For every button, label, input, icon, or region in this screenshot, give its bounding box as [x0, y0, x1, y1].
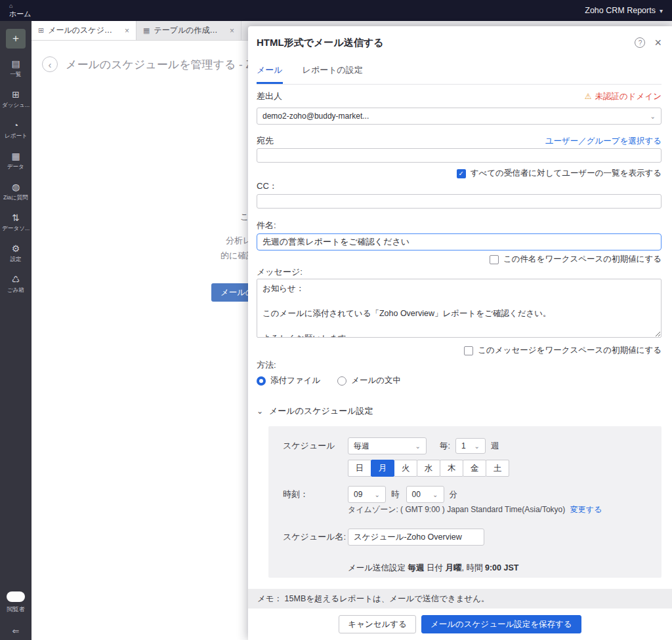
from-row: 差出人 ⚠ 未認証のドメイン — [257, 90, 662, 102]
viewer-label: 閲覧者 — [7, 605, 25, 614]
reports-icon: ◔ — [13, 121, 18, 130]
summary-segment: メール送信設定 — [348, 563, 408, 572]
sidebar-item-dashboard[interactable]: ⊞ダッシュ... — [0, 90, 32, 110]
sidebar-nav: ▤一覧⊞ダッシュ...◔レポート▦データ◍Ziaに質問⇅データソ...⚙設定♺ご… — [0, 59, 32, 294]
close-icon[interactable]: × — [125, 26, 129, 35]
tab-email-schedule[interactable]: ⊞ メールのスケジュー... × — [32, 21, 136, 40]
show-users-checkbox-row: ✓ すべての受信者に対してユーザーの一覧を表示する — [257, 168, 662, 179]
day-button-水[interactable]: 水 — [417, 460, 440, 477]
modal-title: HTML形式でメール送信する — [257, 37, 383, 49]
sidebar-item-list[interactable]: ▤一覧 — [0, 59, 32, 79]
day-button-木[interactable]: 木 — [440, 460, 463, 477]
tab-report-settings[interactable]: レポートの設定 — [303, 64, 363, 84]
tab-create-table[interactable]: ▦ テーブルの作成（イ... × — [136, 21, 242, 40]
chevron-down-icon: ⌄ — [432, 491, 438, 498]
minute-select[interactable]: 00 ⌄ — [406, 486, 444, 503]
back-button[interactable]: ‹ — [42, 56, 58, 72]
from-select-value: demo2-zoho@buddy-market... — [262, 111, 369, 121]
home-label: ホーム — [9, 10, 32, 18]
cancel-button[interactable]: キャンセルする — [339, 615, 416, 633]
close-icon[interactable]: × — [654, 37, 662, 49]
sidebar-item-reports[interactable]: ◔レポート — [0, 121, 32, 140]
create-new-button[interactable]: + — [6, 29, 26, 49]
day-button-月[interactable]: 月 — [371, 460, 394, 477]
workspace-menu-label: Zoho CRM Reports — [585, 6, 656, 15]
schedule-name-input[interactable] — [348, 529, 484, 546]
show-users-checkbox-label: すべての受信者に対してユーザーの一覧を表示する — [471, 168, 662, 179]
grid-icon: ⊞ — [38, 26, 44, 35]
schedule-section-toggle[interactable]: ⌄ メールのスケジュール設定 — [257, 405, 662, 417]
modal-tabs: メール レポートの設定 — [257, 64, 662, 85]
subject-default-checkbox-row: この件名をワークスペースの初期値にする — [257, 254, 662, 265]
sidebar-item-ask-zia[interactable]: ◍Ziaに質問 — [0, 182, 32, 202]
sidebar-item-data[interactable]: ▦データ — [0, 151, 32, 171]
method-inline-label: メールの文中 — [351, 375, 401, 386]
chevron-down-icon: ⌄ — [257, 407, 263, 416]
schedule-summary: メール送信設定 毎週 日付 月曜, 時間 9:00 JST — [348, 563, 647, 574]
summary-segment: 月曜 — [446, 563, 462, 572]
close-icon[interactable]: × — [230, 26, 234, 35]
sidebar-item-trash[interactable]: ♺ごみ箱 — [0, 275, 32, 294]
from-select[interactable]: demo2-zoho@buddy-market... ⌄ — [257, 108, 662, 125]
data-icon: ▦ — [11, 151, 20, 161]
message-textarea[interactable]: お知らせ： このメールに添付されている「Zoho Overview」レポートをご… — [257, 279, 662, 338]
radio-unselected-icon — [337, 376, 346, 386]
cc-label: CC： — [257, 180, 662, 192]
hour-select[interactable]: 09 ⌄ — [348, 486, 386, 503]
every-unit-label: 週 — [491, 441, 499, 452]
sidebar-item-label: 一覧 — [10, 70, 21, 78]
sidebar-item-label: ごみ箱 — [7, 286, 24, 294]
help-icon[interactable]: ? — [635, 37, 645, 48]
day-button-土[interactable]: 土 — [486, 460, 509, 477]
sidebar-item-label: データ — [7, 163, 24, 170]
day-button-日[interactable]: 日 — [348, 460, 371, 477]
method-inline-option[interactable]: メールの文中 — [337, 375, 401, 386]
method-attachment-option[interactable]: 添付ファイル — [257, 375, 320, 386]
day-selector: 日月火水木金土 — [348, 460, 647, 477]
schedule-name-row: スケジュール名: — [283, 529, 647, 546]
subject-input[interactable] — [257, 233, 662, 250]
day-button-火[interactable]: 火 — [394, 460, 417, 477]
collapse-sidebar-icon[interactable]: ⇐ — [12, 626, 20, 636]
change-timezone-link[interactable]: 変更する — [570, 505, 602, 514]
ask-zia-icon: ◍ — [12, 182, 20, 191]
chevron-down-icon: ⌄ — [375, 491, 380, 498]
sidebar-item-settings[interactable]: ⚙設定 — [0, 244, 32, 264]
frequency-select[interactable]: 毎週 ⌄ — [348, 437, 427, 454]
message-default-checkbox-row: このメッセージをワークスペースの初期値にする — [257, 345, 662, 356]
modal-header: HTML形式でメール送信する ? × — [257, 26, 662, 49]
to-input[interactable] — [257, 148, 662, 163]
summary-segment: 日付 — [425, 563, 446, 572]
hour-value: 09 — [354, 490, 362, 499]
sidebar-item-datasource[interactable]: ⇅データソ... — [0, 213, 32, 233]
minute-value: 00 — [412, 490, 421, 499]
subject-default-checkbox[interactable] — [490, 255, 499, 264]
workspace-menu[interactable]: Zoho CRM Reports ▾ — [585, 6, 663, 15]
cc-input[interactable] — [257, 194, 662, 209]
message-default-checkbox[interactable] — [464, 346, 473, 355]
every-value: 1 — [461, 441, 466, 450]
day-button-金[interactable]: 金 — [463, 460, 486, 477]
send-email-modal: HTML形式でメール送信する ? × メール レポートの設定 差出人 ⚠ 未認証… — [248, 26, 672, 640]
timezone-text: タイムゾーン: ( GMT 9:00 ) Japan Standard Time… — [348, 505, 565, 514]
home-nav[interactable]: ⌂ ホーム — [9, 3, 32, 18]
summary-segment: 9:00 JST — [485, 563, 518, 572]
schedule-section-title: メールのスケジュール設定 — [269, 405, 373, 417]
save-schedule-button[interactable]: メールのスケジュール設定を保存する — [421, 615, 581, 633]
viewer-avatar[interactable] — [7, 591, 25, 602]
schedule-label: スケジュール — [283, 440, 348, 452]
chevron-down-icon: ⌄ — [650, 113, 656, 120]
select-users-groups-link[interactable]: ユーザー／グループを選択する — [545, 136, 662, 147]
dashboard-icon: ⊞ — [12, 90, 20, 99]
show-users-checkbox[interactable]: ✓ — [457, 169, 466, 178]
every-select[interactable]: 1 ⌄ — [455, 438, 486, 454]
minute-unit-label: 分 — [450, 489, 458, 500]
unverified-domain-warning[interactable]: ⚠ 未認証のドメイン — [585, 91, 662, 102]
timezone-row: タイムゾーン: ( GMT 9:00 ) Japan Standard Time… — [348, 504, 647, 515]
time-row: 時刻： 09 ⌄ 時 00 ⌄ 分 — [283, 486, 647, 503]
sidebar: + ▤一覧⊞ダッシュ...◔レポート▦データ◍Ziaに質問⇅データソ...⚙設定… — [0, 21, 32, 640]
modal-footer: キャンセルする メールのスケジュール設定を保存する — [248, 615, 672, 633]
tab-mail[interactable]: メール — [257, 64, 283, 84]
note-bar: メモ： 15MBを超えるレポートは、メールで送信できません。 — [248, 589, 672, 609]
top-bar: ⌂ ホーム Zoho CRM Reports ▾ — [0, 0, 672, 21]
